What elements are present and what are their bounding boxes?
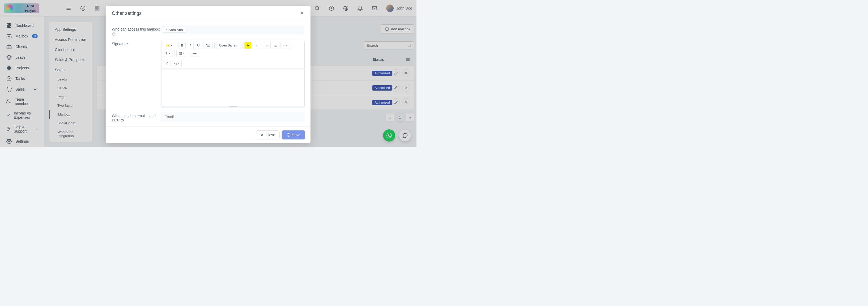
toolbar-magic-icon[interactable]: ✨▼ [163,42,175,49]
close-button-label: Close [266,133,275,137]
help-icon[interactable]: ? [112,32,116,36]
bcc-label: When sending email, send BCC to [112,112,161,122]
editor-textarea[interactable] [161,69,304,106]
modal-close-icon[interactable] [300,11,305,16]
form-row-bcc: When sending email, send BCC to [112,112,305,122]
bcc-input[interactable] [161,112,305,122]
access-tag: ✕ Sara Ann [163,27,185,33]
toolbar-color-icon[interactable]: A [244,42,251,49]
toolbar-hr-icon[interactable]: — [191,50,199,57]
svg-point-50 [287,133,290,136]
toolbar-ol-icon[interactable]: ≣ [272,42,279,49]
tag-label: Sara Ann [169,28,183,32]
close-icon [260,133,264,137]
toolbar-italic-icon[interactable]: I [187,42,194,49]
toolbar-bold-icon[interactable]: B [179,42,186,49]
save-button-label: Save [292,133,301,137]
toolbar-color-caret[interactable]: ▼ [253,42,260,49]
toolbar-erase-icon[interactable]: ⌫ [203,42,213,49]
check-icon [287,133,290,137]
toolbar-font-select[interactable]: Open Sans▼ [216,42,241,49]
other-settings-modal: Other settings Who can access this mailb… [106,6,310,143]
access-label: Who can access this mailbox ? [112,26,161,36]
modal-footer: Close Save [106,126,310,143]
toolbar-textstyle-icon[interactable]: T▼ [163,50,173,57]
modal-body: Who can access this mailbox ? ✕ Sara Ann… [106,21,310,126]
signature-label: Signature [112,40,161,108]
toolbar-fullscreen-icon[interactable]: ⤢ [163,60,171,67]
close-button[interactable]: Close [256,130,280,140]
toolbar-table-icon[interactable]: ▦▼ [176,50,187,57]
toolbar-ul-icon[interactable]: ≡ [264,42,271,49]
modal-title: Other settings [112,11,142,16]
save-button[interactable]: Save [282,130,305,140]
signature-editor: ✨▼ B I U ⌫ Open Sans▼ A ▼ ≡ ≣ [161,40,305,108]
editor-resize-handle[interactable] [161,106,304,108]
access-tag-input[interactable]: ✕ Sara Ann [161,26,305,34]
tag-remove-icon[interactable]: ✕ [165,28,167,32]
toolbar-code-icon[interactable]: </> [172,60,182,67]
toolbar-underline-icon[interactable]: U [195,42,202,49]
form-row-signature: Signature ✨▼ B I U ⌫ Open Sans▼ A ▼ [112,40,305,108]
editor-toolbar: ✨▼ B I U ⌫ Open Sans▼ A ▼ ≡ ≣ [161,40,304,69]
form-row-access: Who can access this mailbox ? ✕ Sara Ann [112,26,305,36]
toolbar-align-icon[interactable]: ≡▼ [280,42,290,49]
modal-header: Other settings [106,6,310,21]
